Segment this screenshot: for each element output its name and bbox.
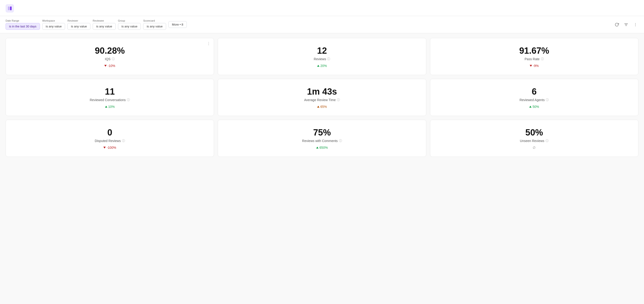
- filter-group-reviewer: Revieweris any value: [67, 19, 90, 30]
- metric-change-text-pass-rate: -9%: [533, 64, 539, 68]
- metric-card-reviews: 12Reviewsⓘ 20%: [218, 38, 426, 75]
- refresh-button[interactable]: [614, 22, 620, 28]
- triangle-down-icon-iqs: [104, 65, 107, 67]
- metric-label-average-review-time: Average Review Timeⓘ: [304, 98, 340, 102]
- triangle-up-icon-reviewed-conversations: [105, 106, 107, 108]
- info-icon-reviewed-agents[interactable]: ⓘ: [546, 98, 549, 102]
- info-icon-reviews[interactable]: ⓘ: [327, 57, 330, 61]
- filter-group-date-range: Date Rangeis in the last 30 days: [6, 19, 40, 30]
- metric-label-text-reviews-with-comments: Reviews with Comments: [302, 139, 338, 143]
- filter-group-workspace: Workspaceis any value: [42, 19, 65, 30]
- triangle-up-icon-reviews-with-comments: [316, 147, 318, 148]
- toolbar-icons: [614, 22, 638, 28]
- info-icon-iqs[interactable]: ⓘ: [112, 57, 115, 61]
- metric-value-reviews: 12: [317, 46, 327, 55]
- metric-change-iqs: -10%: [104, 64, 115, 68]
- filter-button-reviewer[interactable]: is any value: [67, 23, 90, 30]
- metric-value-reviews-with-comments: 75%: [313, 128, 331, 137]
- filter-group-group: Groupis any value: [118, 19, 141, 30]
- filter-button-scorecard[interactable]: is any value: [143, 23, 166, 30]
- metric-label-reviewed-agents: Reviewed Agentsⓘ: [520, 98, 549, 102]
- info-icon-unseen-reviews[interactable]: ⓘ: [546, 139, 548, 143]
- filter-button-group[interactable]: is any value: [118, 23, 141, 30]
- filter-label-reviewee: Reviewee: [93, 19, 116, 22]
- metric-label-text-reviews: Reviews: [314, 57, 326, 61]
- info-icon-pass-rate[interactable]: ⓘ: [541, 57, 544, 61]
- metric-change-text-average-review-time: 65%: [320, 105, 327, 108]
- filter-label-workspace: Workspace: [42, 19, 65, 22]
- metric-change-text-reviews: 20%: [320, 64, 327, 68]
- header: [0, 0, 644, 16]
- metric-value-disputed-reviews: 0: [107, 128, 112, 137]
- filter-label-scorecard: Scorecard: [143, 19, 166, 22]
- filter-icon-button[interactable]: [623, 22, 629, 28]
- metric-card-reviews-with-comments: 75%Reviews with Commentsⓘ 650%: [218, 120, 426, 157]
- filter-group-scorecard: Scorecardis any value: [143, 19, 166, 30]
- metric-label-text-iqs: IQS: [105, 57, 110, 61]
- info-icon-average-review-time[interactable]: ⓘ: [337, 98, 340, 102]
- metrics-grid: ⋮90.28%IQSⓘ -10%12Reviewsⓘ 20%91.67%Pass…: [0, 33, 644, 162]
- metric-value-average-review-time: 1m 43s: [307, 87, 337, 96]
- metric-label-disputed-reviews: Disputed Reviewsⓘ: [95, 139, 125, 143]
- filter-button-more[interactable]: More • 8: [168, 21, 187, 28]
- info-icon-disputed-reviews[interactable]: ⓘ: [122, 139, 125, 143]
- metric-change-text-disputed-reviews: -100%: [107, 146, 116, 150]
- filter-group-more: More • 8: [168, 21, 187, 28]
- filter-label-date-range: Date Range: [6, 19, 40, 22]
- filter-group-reviewee: Revieweeis any value: [93, 19, 116, 30]
- metric-label-reviewed-conversations: Reviewed Conversationsⓘ: [90, 98, 130, 102]
- metric-label-reviews-with-comments: Reviews with Commentsⓘ: [302, 139, 342, 143]
- filter-button-workspace[interactable]: is any value: [42, 23, 65, 30]
- metric-value-pass-rate: 91.67%: [519, 46, 549, 55]
- metric-label-unseen-reviews: Unseen Reviewsⓘ: [520, 139, 548, 143]
- metric-label-iqs: IQSⓘ: [105, 57, 115, 61]
- metric-value-unseen-reviews: 50%: [525, 128, 543, 137]
- metric-change-text-reviewed-conversations: 10%: [108, 105, 115, 108]
- metric-change-text-iqs: -10%: [108, 64, 115, 68]
- metric-change-reviewed-agents: 50%: [529, 105, 539, 108]
- metric-label-text-reviewed-agents: Reviewed Agents: [520, 98, 544, 102]
- triangle-up-icon-reviews: [317, 65, 320, 67]
- metric-card-menu-iqs[interactable]: ⋮: [207, 41, 210, 46]
- metric-value-iqs: 90.28%: [95, 46, 125, 55]
- metric-card-iqs: ⋮90.28%IQSⓘ -10%: [6, 38, 214, 75]
- metric-value-reviewed-agents: 6: [532, 87, 537, 96]
- metric-card-unseen-reviews: 50%Unseen Reviewsⓘ∅: [430, 120, 638, 157]
- metric-label-text-average-review-time: Average Review Time: [304, 98, 336, 102]
- svg-rect-0: [8, 6, 10, 10]
- metric-label-text-reviewed-conversations: Reviewed Conversations: [90, 98, 126, 102]
- triangle-down-icon-disputed-reviews: [104, 147, 106, 148]
- metric-card-pass-rate: 91.67%Pass Rateⓘ -9%: [430, 38, 638, 75]
- filter-button-date-range[interactable]: is in the last 30 days: [6, 23, 40, 30]
- metric-label-text-disputed-reviews: Disputed Reviews: [95, 139, 121, 143]
- metric-card-reviewed-agents: 6Reviewed Agentsⓘ 50%: [430, 79, 638, 116]
- triangle-up-icon-reviewed-agents: [529, 106, 532, 108]
- metric-label-text-unseen-reviews: Unseen Reviews: [520, 139, 544, 143]
- triangle-down-icon-pass-rate: [530, 65, 532, 67]
- more-options-button[interactable]: [632, 22, 638, 28]
- filter-button-reviewee[interactable]: is any value: [93, 23, 116, 30]
- metric-change-reviewed-conversations: 10%: [105, 105, 115, 108]
- svg-point-7: [635, 26, 636, 26]
- svg-point-6: [635, 24, 636, 25]
- metric-change-unseen-reviews: ∅: [533, 146, 536, 150]
- sidebar-toggle-icon[interactable]: [6, 4, 14, 12]
- metric-change-pass-rate: -9%: [530, 64, 539, 68]
- metric-value-reviewed-conversations: 11: [105, 87, 115, 96]
- metric-label-reviews: Reviewsⓘ: [314, 57, 330, 61]
- info-icon-reviewed-conversations[interactable]: ⓘ: [127, 98, 130, 102]
- metric-change-reviews: 20%: [317, 64, 327, 68]
- metric-change-average-review-time: 65%: [317, 105, 327, 108]
- metric-label-pass-rate: Pass Rateⓘ: [524, 57, 544, 61]
- svg-rect-1: [10, 6, 12, 10]
- filter-bar: Date Rangeis in the last 30 daysWorkspac…: [0, 16, 644, 33]
- metric-card-reviewed-conversations: 11Reviewed Conversationsⓘ 10%: [6, 79, 214, 116]
- metric-label-text-pass-rate: Pass Rate: [524, 57, 540, 61]
- metric-card-average-review-time: 1m 43sAverage Review Timeⓘ 65%: [218, 79, 426, 116]
- info-icon-reviews-with-comments[interactable]: ⓘ: [339, 139, 342, 143]
- metric-change-reviews-with-comments: 650%: [316, 146, 328, 150]
- filter-label-reviewer: Reviewer: [67, 19, 90, 22]
- metric-card-disputed-reviews: 0Disputed Reviewsⓘ -100%: [6, 120, 214, 157]
- metric-change-text-reviewed-agents: 50%: [532, 105, 539, 108]
- triangle-up-icon-average-review-time: [317, 106, 320, 108]
